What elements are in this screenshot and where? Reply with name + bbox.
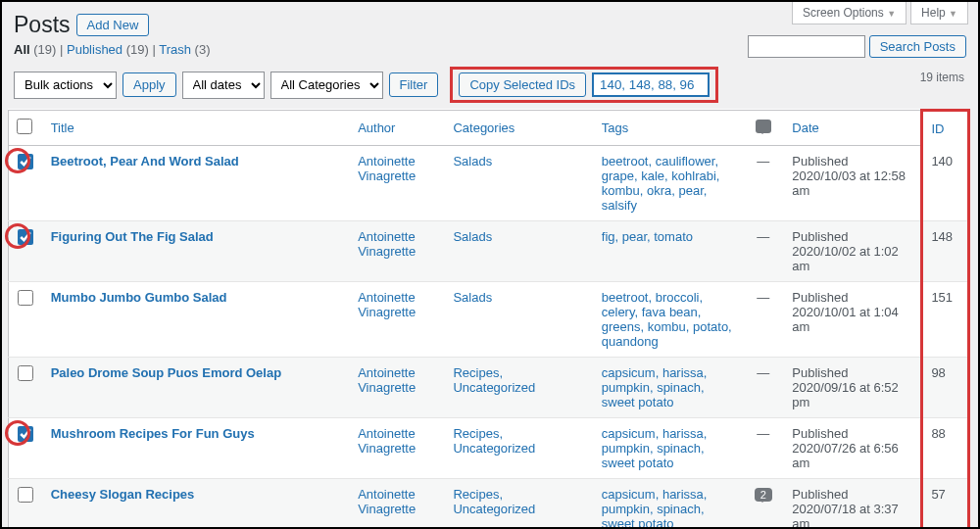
post-title-link[interactable]: Figuring Out The Fig Salad [51, 229, 214, 244]
id-cell: 88 [922, 418, 969, 479]
copy-selected-ids-button[interactable]: Copy Selected IDs [459, 72, 586, 97]
category-link[interactable]: Recipes, Uncategorized [453, 365, 535, 395]
filter-button[interactable]: Filter [389, 72, 439, 97]
comments-cell: — [742, 282, 784, 358]
date-cell: Published2020/10/02 at 1:02 am [784, 221, 922, 282]
ids-highlight-box: Copy Selected IDs [450, 67, 718, 103]
category-link[interactable]: Salads [453, 290, 492, 305]
select-all-checkbox[interactable] [17, 119, 32, 134]
author-link[interactable]: Antoinette Vinagrette [358, 229, 416, 259]
screen-options-label: Screen Options [803, 6, 884, 20]
row-checkbox[interactable] [18, 154, 33, 169]
search-input[interactable] [748, 35, 865, 58]
date-cell: Published2020/07/26 at 6:56 am [784, 418, 922, 479]
row-checkbox[interactable] [18, 229, 33, 245]
page-title: Posts [14, 12, 71, 38]
view-trash-link[interactable]: Trash [159, 42, 191, 57]
apply-button[interactable]: Apply [122, 72, 176, 97]
search-posts-button[interactable]: Search Posts [869, 35, 966, 58]
id-cell: 98 [922, 358, 969, 418]
posts-table: Title Author Categories Tags Date ID Bee… [8, 109, 970, 529]
screen-options-button[interactable]: Screen Options ▼ [792, 2, 906, 24]
post-title-link[interactable]: Paleo Drome Soup Puos Emord Oelap [51, 365, 282, 380]
help-label: Help [921, 6, 946, 20]
help-button[interactable]: Help ▼ [910, 2, 968, 24]
tags-links[interactable]: capsicum, harissa, pumpkin, spinach, swe… [602, 426, 708, 470]
comments-cell: — [742, 418, 784, 479]
author-link[interactable]: Antoinette Vinagrette [358, 487, 416, 516]
row-checkbox[interactable] [18, 365, 33, 381]
author-link[interactable]: Antoinette Vinagrette [358, 154, 416, 183]
date-cell: Published2020/10/01 at 1:04 am [784, 282, 922, 358]
date-cell: Published2020/09/16 at 6:52 pm [784, 358, 922, 418]
row-checkbox[interactable] [18, 487, 33, 503]
comments-cell: — [742, 221, 784, 282]
comments-cell: — [742, 146, 784, 221]
category-link[interactable]: Recipes, Uncategorized [453, 426, 535, 456]
chevron-down-icon: ▼ [949, 9, 957, 19]
col-author: Author [350, 111, 445, 146]
category-link[interactable]: Salads [453, 154, 492, 168]
col-date[interactable]: Date [792, 120, 818, 135]
selected-ids-input[interactable] [592, 72, 710, 97]
add-new-button[interactable]: Add New [76, 14, 150, 36]
comments-cell: — [742, 358, 784, 418]
table-row: Mushroom Recipes For Fun GuysAntoinette … [9, 418, 969, 479]
author-link[interactable]: Antoinette Vinagrette [358, 426, 416, 456]
view-published-link[interactable]: Published [67, 42, 122, 57]
post-title-link[interactable]: Beetroot, Pear And Word Salad [51, 154, 239, 168]
chevron-down-icon: ▼ [887, 9, 896, 19]
categories-select[interactable]: All Categories [270, 72, 383, 99]
category-link[interactable]: Recipes, Uncategorized [453, 487, 535, 516]
view-all-link[interactable]: All [14, 42, 30, 57]
date-cell: Published2020/10/03 at 12:58 am [784, 146, 922, 221]
comment-count-bubble[interactable]: 2 [755, 488, 772, 502]
bulk-actions-select[interactable]: Bulk actions [14, 72, 117, 99]
col-categories: Categories [445, 111, 593, 146]
author-link[interactable]: Antoinette Vinagrette [358, 290, 416, 319]
comments-cell: 2 [742, 479, 784, 530]
table-row: Figuring Out The Fig SaladAntoinette Vin… [9, 221, 969, 282]
col-id[interactable]: ID [931, 121, 944, 136]
post-title-link[interactable]: Mushroom Recipes For Fun Guys [51, 426, 255, 441]
category-link[interactable]: Salads [453, 229, 492, 244]
items-count: 19 items [920, 71, 964, 84]
id-cell: 151 [922, 282, 969, 358]
author-link[interactable]: Antoinette Vinagrette [358, 365, 416, 395]
table-row: Cheesy Slogan RecipesAntoinette Vinagret… [9, 479, 969, 530]
id-cell: 57 [922, 479, 969, 530]
row-checkbox[interactable] [18, 290, 33, 306]
id-cell: 140 [922, 146, 969, 221]
table-row: Paleo Drome Soup Puos Emord OelapAntoine… [9, 358, 969, 418]
table-row: Mumbo Jumbo Gumbo SaladAntoinette Vinagr… [9, 282, 969, 358]
tags-links[interactable]: capsicum, harissa, pumpkin, spinach, swe… [602, 365, 708, 409]
post-title-link[interactable]: Cheesy Slogan Recipes [51, 487, 195, 502]
table-row: Beetroot, Pear And Word SaladAntoinette … [9, 146, 969, 221]
tags-links[interactable]: fig, pear, tomato [602, 229, 693, 244]
comments-icon [756, 120, 771, 133]
post-title-link[interactable]: Mumbo Jumbo Gumbo Salad [51, 290, 227, 305]
tags-links[interactable]: beetroot, broccoli, celery, fava bean, g… [602, 290, 732, 349]
date-cell: Published2020/07/18 at 3:37 am [784, 479, 922, 530]
tags-links[interactable]: capsicum, harissa, pumpkin, spinach, swe… [602, 487, 708, 529]
id-cell: 148 [922, 221, 969, 282]
tags-links[interactable]: beetroot, cauliflower, grape, kale, kohl… [602, 154, 720, 213]
col-tags: Tags [594, 111, 742, 146]
row-checkbox[interactable] [18, 426, 33, 442]
col-title[interactable]: Title [51, 120, 74, 135]
dates-select[interactable]: All dates [182, 72, 265, 99]
